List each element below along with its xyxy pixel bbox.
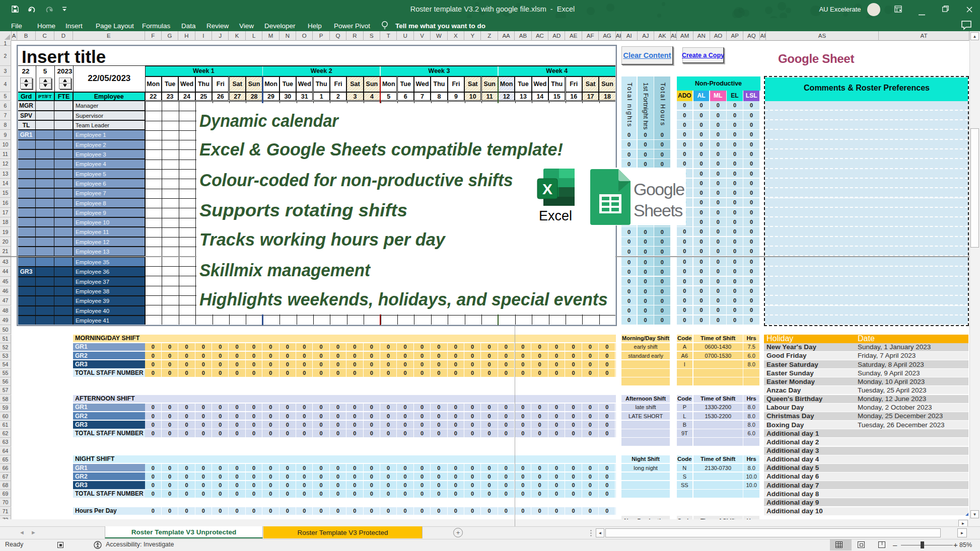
svg-text:Excel: Excel: [539, 208, 572, 223]
svg-text:X: X: [542, 181, 552, 197]
